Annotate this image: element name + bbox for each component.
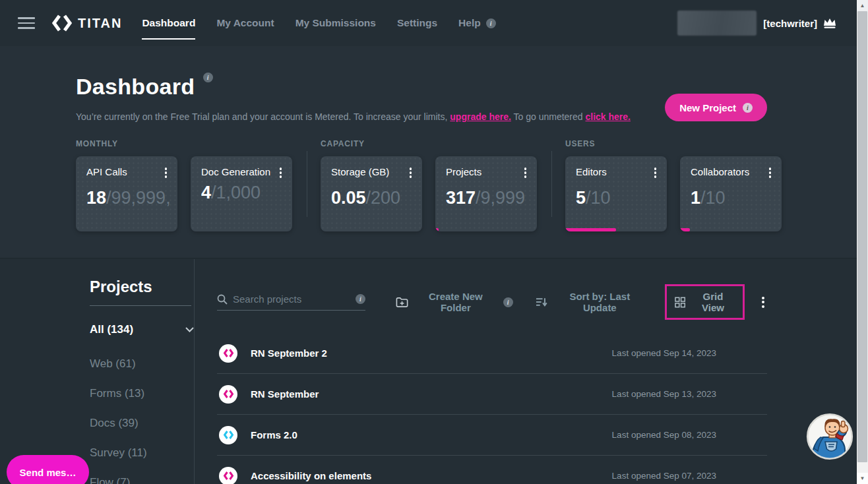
- sidebar-item-label: Survey (11): [90, 446, 147, 460]
- titan-dashboard-app: TITAN Dashboard My Account My Submission…: [0, 0, 868, 484]
- titan-logo-icon: [52, 15, 72, 32]
- card-limit-value: /9,999: [476, 188, 525, 208]
- stat-group-label: CAPACITY: [321, 139, 537, 148]
- vertical-scrollbar[interactable]: ▲ ▼: [857, 0, 868, 484]
- grid-view-button[interactable]: Grid View: [665, 284, 745, 320]
- stat-card-editors[interactable]: Editors 5/10: [565, 156, 667, 231]
- search-info-icon[interactable]: i: [356, 294, 365, 304]
- new-project-label: New Project: [679, 102, 736, 113]
- card-kebab-icon[interactable]: [407, 166, 415, 180]
- card-used-value: 18: [86, 188, 106, 208]
- sort-label: Sort by: Last Update: [553, 291, 646, 313]
- sidebar-item-web[interactable]: Web (61): [90, 357, 194, 371]
- card-limit-value: /99,999,: [106, 188, 170, 208]
- trial-notice-text-2: To go unmetered: [511, 111, 586, 122]
- sidebar-item-label: All (134): [90, 323, 133, 336]
- project-last-opened: Last opened Sep 13, 2023: [612, 389, 767, 399]
- search-input[interactable]: [233, 293, 350, 305]
- page-title-info-icon[interactable]: i: [203, 73, 213, 82]
- card-progress-bar: [565, 228, 616, 231]
- hamburger-menu-icon[interactable]: [18, 14, 35, 32]
- sidebar-title: Projects: [90, 278, 194, 296]
- card-kebab-icon[interactable]: [277, 166, 285, 180]
- search-box[interactable]: i: [217, 293, 365, 311]
- upgrade-link[interactable]: upgrade here.: [450, 111, 511, 122]
- sidebar-item-docs[interactable]: Docs (39): [90, 417, 194, 430]
- project-name: Accessibility on elements: [251, 470, 371, 481]
- project-row[interactable]: Accessibility on elements Last opened Se…: [217, 456, 767, 484]
- mascot-avatar[interactable]: [806, 413, 853, 460]
- new-project-info-icon[interactable]: i: [743, 103, 753, 113]
- sidebar-item-flow[interactable]: Flow (7): [90, 476, 194, 484]
- sidebar-item-survey[interactable]: Survey (11): [90, 446, 194, 460]
- nav-items: Dashboard My Account My Submissions Sett…: [142, 13, 495, 33]
- user-area[interactable]: [techwriter]: [677, 11, 837, 36]
- card-title: API Calls: [86, 166, 127, 179]
- grid-view-icon: [675, 297, 685, 308]
- trial-notice-text: You’re currently on the Free Trial plan …: [76, 111, 450, 122]
- sidebar-item-label: Forms (13): [90, 387, 144, 400]
- project-type-icon: [219, 344, 237, 363]
- scrollbar-thumb[interactable]: [857, 11, 867, 462]
- card-title: Storage (GB): [331, 166, 389, 179]
- nav-item-my-submissions[interactable]: My Submissions: [295, 13, 376, 33]
- unmetered-link[interactable]: click here.: [585, 111, 631, 122]
- stat-card-api-calls[interactable]: API Calls 18/99,999,: [76, 156, 177, 231]
- create-new-folder-label: Create New Folder: [414, 291, 497, 313]
- stat-group-divider: [551, 151, 552, 217]
- project-type-icon: [219, 426, 237, 444]
- sidebar-item-label: Web (61): [90, 357, 136, 371]
- stat-card-storage[interactable]: Storage (GB) 0.05/200: [321, 156, 422, 231]
- card-used-value: 1: [691, 188, 700, 208]
- project-row[interactable]: Forms 2.0 Last opened Sep 08, 2023: [217, 415, 767, 456]
- card-limit-value: /1,000: [211, 183, 261, 202]
- stat-group-divider: [307, 151, 307, 217]
- nav-item-help[interactable]: Help: [458, 13, 481, 33]
- project-last-opened: Last opened Sep 07, 2023: [612, 471, 767, 481]
- stat-card-collaborators[interactable]: Collaborators 1/10: [680, 156, 782, 231]
- nav-item-settings[interactable]: Settings: [397, 13, 437, 33]
- sort-button[interactable]: Sort by: Last Update: [536, 291, 646, 313]
- stat-card-doc-generation[interactable]: Doc Generation 4/1,000: [191, 156, 292, 231]
- dashboard-header-section: Dashboard i You’re currently on the Free…: [0, 46, 857, 258]
- nav-item-dashboard[interactable]: Dashboard: [142, 13, 195, 33]
- projects-toolbar: i Create New Folder i: [217, 284, 767, 320]
- project-last-opened: Last opened Sep 14, 2023: [612, 348, 767, 358]
- project-list: RN September 2 Last opened Sep 14, 2023 …: [217, 333, 767, 484]
- crown-icon: [822, 17, 837, 29]
- send-message-button[interactable]: Send mes…: [7, 455, 89, 484]
- card-limit-value: /10: [700, 188, 726, 208]
- create-new-folder-button[interactable]: Create New Folder i: [396, 291, 513, 313]
- redacted-username: [677, 11, 757, 36]
- new-project-button[interactable]: New Project i: [665, 94, 767, 121]
- project-row[interactable]: RN September Last opened Sep 13, 2023: [217, 374, 767, 415]
- project-type-icon: [219, 385, 237, 404]
- project-name: Forms 2.0: [251, 429, 297, 440]
- create-folder-info-icon[interactable]: i: [503, 297, 513, 307]
- nav-item-my-account[interactable]: My Account: [216, 13, 274, 33]
- titan-logo[interactable]: TITAN: [52, 15, 122, 32]
- stat-group-monthly: MONTHLY API Calls 18/99,999, Doc Generat…: [76, 139, 292, 231]
- project-row[interactable]: RN September 2 Last opened Sep 14, 2023: [217, 333, 767, 374]
- grid-view-label: Grid View: [691, 291, 735, 313]
- usage-stats: MONTHLY API Calls 18/99,999, Doc Generat…: [76, 139, 857, 231]
- card-kebab-icon[interactable]: [766, 166, 774, 180]
- card-kebab-icon[interactable]: [162, 166, 170, 180]
- help-info-icon[interactable]: i: [486, 18, 496, 28]
- project-type-icon: [219, 467, 237, 484]
- card-title: Collaborators: [691, 166, 749, 179]
- card-kebab-icon[interactable]: [522, 166, 530, 180]
- stat-card-projects[interactable]: Projects 317/9,999: [435, 156, 537, 231]
- scroll-up-icon[interactable]: ▲: [857, 0, 868, 11]
- scroll-down-icon[interactable]: ▼: [857, 473, 868, 484]
- brand-name: TITAN: [78, 16, 122, 31]
- card-used-value: 4: [201, 183, 211, 202]
- stat-group-capacity: CAPACITY Storage (GB) 0.05/200 Projects: [321, 139, 537, 231]
- stat-group-users: USERS Editors 5/10 Collaborators: [565, 139, 782, 231]
- card-kebab-icon[interactable]: [652, 166, 660, 180]
- toolbar-kebab-icon[interactable]: [759, 295, 767, 310]
- sort-icon: [536, 297, 547, 307]
- card-used-value: 5: [576, 188, 586, 208]
- sidebar-item-all[interactable]: All (134): [90, 323, 194, 336]
- sidebar-item-forms[interactable]: Forms (13): [90, 387, 194, 400]
